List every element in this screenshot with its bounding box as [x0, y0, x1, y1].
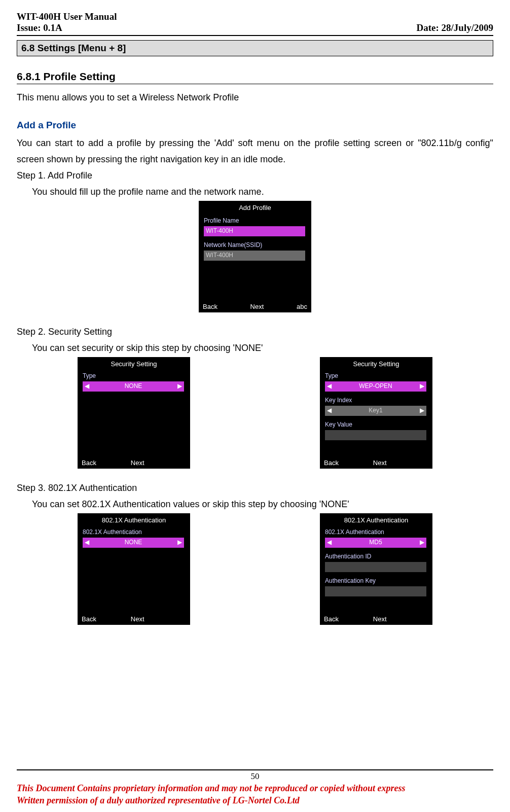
ssid-input[interactable]: WIT-400H [204, 251, 305, 261]
intro-text: This menu allows you to set a Wireless N… [17, 89, 493, 105]
header-title-row: WIT-400H User Manual [17, 11, 493, 22]
softkey-spacer [421, 459, 428, 467]
right-arrow-icon[interactable]: ▶ [177, 382, 182, 390]
softkey-bar: Back Next [78, 459, 190, 467]
add-profile-heading: Add a Profile [17, 120, 493, 131]
softkey-bar: Back Next abc [199, 303, 311, 310]
selector-value: Key1 [369, 407, 382, 414]
date-label: Date: 28/July/2009 [417, 22, 493, 33]
softkey-next[interactable]: Next [131, 615, 144, 623]
softkey-spacer [179, 615, 186, 623]
left-arrow-icon[interactable]: ◀ [327, 382, 332, 390]
keyindex-selector[interactable]: ◀ Key1 ▶ [325, 406, 426, 416]
right-arrow-icon[interactable]: ▶ [177, 539, 182, 546]
selector-value: WEP-OPEN [359, 382, 392, 390]
phone-title: 802.1X Authentication [78, 516, 190, 524]
softkey-back[interactable]: Back [203, 303, 217, 310]
softkey-bar: Back Next [78, 615, 190, 623]
auth-selector[interactable]: ◀ MD5 ▶ [325, 538, 426, 548]
disclaimer-line1: This Document Contains proprietary infor… [17, 783, 493, 794]
softkey-bar: Back Next [320, 459, 432, 467]
footer-rule [17, 769, 493, 770]
profile-name-input[interactable]: WIT-400H [204, 226, 305, 236]
softkey-spacer [421, 615, 428, 623]
right-arrow-icon[interactable]: ▶ [420, 407, 424, 414]
softkey-bar: Back Next [320, 615, 432, 623]
page-number: 50 [17, 771, 493, 782]
disclaimer-line2: Written permission of a duly authorized … [17, 795, 493, 806]
screenshot-row-2: Security Setting Type ◀ NONE ▶ Back Next… [17, 357, 493, 469]
add-profile-paragraph: You can start to add a profile by pressi… [17, 135, 493, 167]
header-rule [17, 35, 493, 36]
softkey-back[interactable]: Back [324, 615, 339, 623]
field-label: Network Name(SSID) [204, 241, 262, 249]
left-arrow-icon[interactable]: ◀ [327, 539, 332, 546]
phone-title: Security Setting [78, 360, 190, 368]
selector-value: MD5 [369, 539, 382, 546]
softkey-next[interactable]: Next [250, 303, 264, 310]
step3-heading: Step 3. 802.1X Authentication [17, 480, 493, 496]
section-heading: 6.8 Settings [Menu + 8] [17, 40, 493, 56]
step3-text: You can set 802.1X Authentication values… [17, 496, 493, 512]
field-label: Authentication ID [325, 553, 371, 560]
screenshot-row-3: 802.1X Authentication 802.1X Authenticat… [17, 513, 493, 625]
softkey-back[interactable]: Back [82, 459, 96, 467]
selector-value: NONE [125, 382, 142, 390]
step2-text: You can set security or skip this step b… [17, 340, 493, 356]
left-arrow-icon[interactable]: ◀ [85, 539, 89, 546]
keyvalue-input[interactable] [325, 430, 426, 440]
page-footer: 50 This Document Contains proprietary in… [17, 767, 493, 806]
step1-text: You should fill up the profile name and … [17, 184, 493, 200]
step1-heading: Step 1. Add Profile [17, 167, 493, 184]
field-label: 802.1X Authentication [325, 528, 384, 536]
right-arrow-icon[interactable]: ▶ [420, 382, 424, 390]
phone-title: Security Setting [320, 360, 432, 368]
header-issue-row: Issue: 0.1A Date: 28/July/2009 [17, 22, 493, 33]
phone-title: 802.1X Authentication [320, 516, 432, 524]
phone-title: Add Profile [199, 204, 311, 211]
document-page: WIT-400H User Manual Issue: 0.1A Date: 2… [0, 0, 510, 812]
left-arrow-icon[interactable]: ◀ [85, 382, 89, 390]
softkey-next[interactable]: Next [131, 459, 144, 467]
selector-value: NONE [125, 539, 142, 546]
phone-8021x-none: 802.1X Authentication 802.1X Authenticat… [78, 513, 190, 625]
softkey-mode[interactable]: abc [297, 303, 307, 310]
field-label: Authentication Key [325, 577, 376, 584]
phone-add-profile: Add Profile Profile Name WIT-400H Networ… [199, 201, 311, 312]
manual-title: WIT-400H User Manual [17, 11, 117, 22]
left-arrow-icon[interactable]: ◀ [327, 407, 332, 414]
field-label: Type [325, 372, 338, 379]
softkey-back[interactable]: Back [324, 459, 339, 467]
right-arrow-icon[interactable]: ▶ [420, 539, 424, 546]
field-label: 802.1X Authentication [83, 528, 142, 536]
phone-security-wep: Security Setting Type ◀ WEP-OPEN ▶ Key I… [320, 357, 432, 469]
issue-label: Issue: 0.1A [17, 22, 62, 33]
field-label: Key Value [325, 421, 352, 428]
phone-security-none: Security Setting Type ◀ NONE ▶ Back Next [78, 357, 190, 469]
phone-8021x-md5: 802.1X Authentication 802.1X Authenticat… [320, 513, 432, 625]
auth-id-input[interactable] [325, 562, 426, 572]
auth-key-input[interactable] [325, 586, 426, 596]
subsection-heading: 6.8.1 Profile Setting [17, 70, 493, 84]
softkey-next[interactable]: Next [373, 615, 387, 623]
field-label: Type [83, 372, 96, 379]
step2-heading: Step 2. Security Setting [17, 324, 493, 340]
softkey-next[interactable]: Next [373, 459, 387, 467]
field-label: Profile Name [204, 217, 239, 224]
field-label: Key Index [325, 397, 352, 404]
softkey-spacer [179, 459, 186, 467]
screenshot-row-1: Add Profile Profile Name WIT-400H Networ… [17, 201, 493, 312]
softkey-back[interactable]: Back [82, 615, 96, 623]
type-selector[interactable]: ◀ WEP-OPEN ▶ [325, 381, 426, 392]
auth-selector[interactable]: ◀ NONE ▶ [83, 538, 184, 548]
type-selector[interactable]: ◀ NONE ▶ [83, 381, 184, 392]
